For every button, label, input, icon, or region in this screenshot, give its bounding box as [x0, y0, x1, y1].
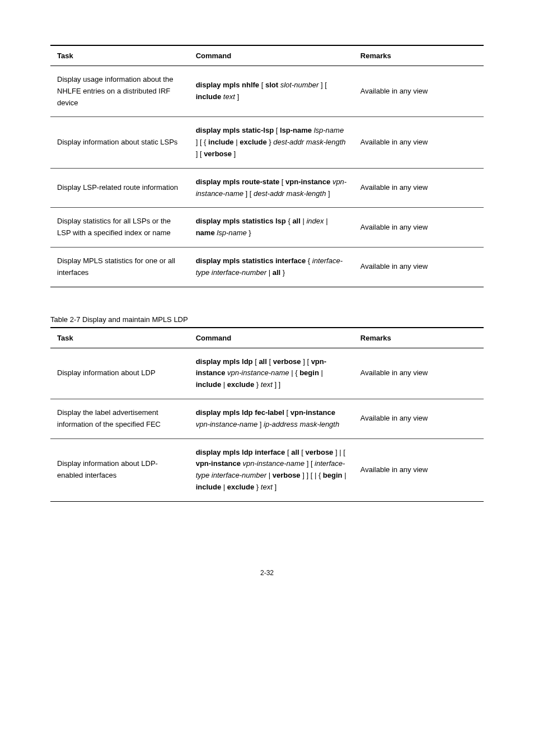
table-row: Display usage information about the NHLF…: [50, 66, 484, 117]
table-row: Display MPLS statistics for one or all i…: [50, 247, 484, 287]
command-cell: display mpls statistics lsp { all | inde…: [189, 208, 354, 248]
task-cell: Display information about static LSPs: [50, 117, 189, 168]
table-row: Display statistics for all LSPs or the L…: [50, 208, 484, 248]
table2-header-task: Task: [50, 328, 189, 348]
table1-header-remarks: Remarks: [354, 45, 484, 66]
task-cell: Display MPLS statistics for one or all i…: [50, 247, 189, 287]
table-row: Display information about LDP-enabled in…: [50, 438, 484, 501]
remarks-cell: Available in any view: [354, 208, 484, 248]
task-cell: Display information about LDP-enabled in…: [50, 438, 189, 501]
command-cell: display mpls nhlfe [ slot slot-number ] …: [189, 66, 354, 117]
table-row: Display the label advertisement informat…: [50, 399, 484, 438]
command-cell: display mpls static-lsp [ lsp-name lsp-n…: [189, 117, 354, 168]
table2-header-remarks: Remarks: [354, 328, 484, 348]
command-cell: display mpls ldp [ all [ verbose ] [ vpn…: [189, 348, 354, 399]
mpls-ldp-table: Task Command Remarks Display information…: [50, 327, 484, 502]
task-cell: Display LSP-related route information: [50, 168, 189, 208]
remarks-cell: Available in any view: [354, 66, 484, 117]
mpls-nhlfe-table: Task Command Remarks Display usage infor…: [50, 45, 484, 287]
task-cell: Display usage information about the NHLF…: [50, 66, 189, 117]
remarks-cell: Available in any view: [354, 438, 484, 501]
command-cell: display mpls route-state [ vpn-instance …: [189, 168, 354, 208]
task-cell: Display the label advertisement informat…: [50, 399, 189, 438]
command-cell: display mpls ldp interface [ all [ verbo…: [189, 438, 354, 501]
table2-caption: Table 2-7 Display and maintain MPLS LDP: [50, 315, 484, 324]
table-row: Display information about static LSPsdis…: [50, 117, 484, 168]
remarks-cell: Available in any view: [354, 168, 484, 208]
command-cell: display mpls statistics interface { inte…: [189, 247, 354, 287]
page-number: 2-32: [50, 569, 484, 577]
remarks-cell: Available in any view: [354, 247, 484, 287]
table2-header-command: Command: [189, 328, 354, 348]
remarks-cell: Available in any view: [354, 348, 484, 399]
table1-header-task: Task: [50, 45, 189, 66]
table-row: Display LSP-related route informationdis…: [50, 168, 484, 208]
task-cell: Display information about LDP: [50, 348, 189, 399]
remarks-cell: Available in any view: [354, 117, 484, 168]
remarks-cell: Available in any view: [354, 399, 484, 438]
table-row: Display information about LDPdisplay mpl…: [50, 348, 484, 399]
task-cell: Display statistics for all LSPs or the L…: [50, 208, 189, 248]
command-cell: display mpls ldp fec-label [ vpn-instanc…: [189, 399, 354, 438]
table1-header-command: Command: [189, 45, 354, 66]
